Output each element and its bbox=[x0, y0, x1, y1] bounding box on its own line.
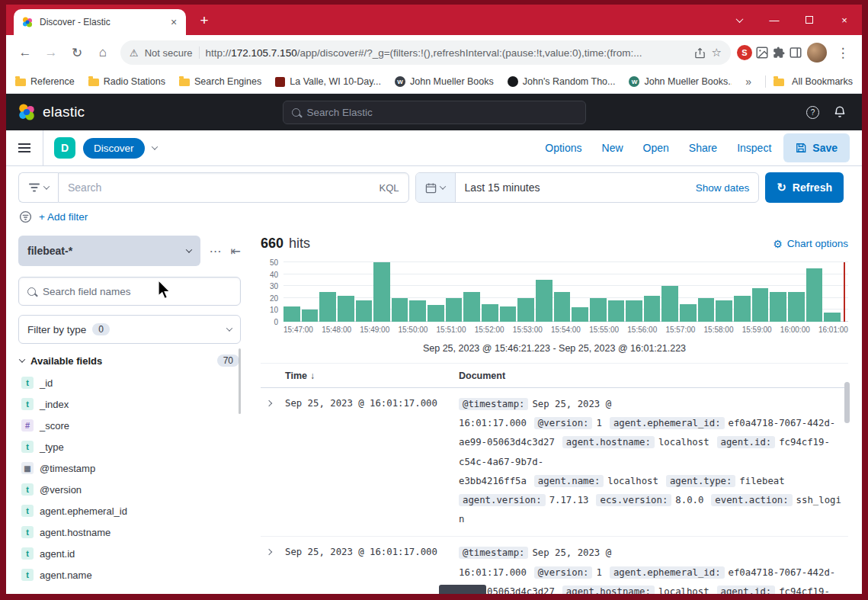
saved-query-menu-button[interactable] bbox=[18, 172, 58, 203]
sidebar-scrollbar[interactable] bbox=[239, 348, 241, 414]
breadcrumb-chevron-icon[interactable] bbox=[151, 143, 157, 149]
expand-row-button[interactable] bbox=[266, 400, 272, 406]
security-label[interactable]: Not secure bbox=[145, 47, 193, 59]
query-input-box[interactable]: KQL bbox=[58, 172, 409, 203]
expand-row-button[interactable] bbox=[266, 549, 272, 555]
kql-label[interactable]: KQL bbox=[380, 182, 399, 194]
index-options-kebab-icon[interactable]: ⋯ bbox=[210, 244, 222, 258]
browser-tab[interactable]: Discover - Elastic × bbox=[14, 9, 186, 35]
nav-link-share[interactable]: Share bbox=[689, 142, 717, 154]
bookmarks-list: ReferenceRadio StationsSearch EnginesLa … bbox=[15, 76, 732, 87]
field-type-icon: t bbox=[21, 483, 34, 496]
add-filter-link[interactable]: + Add filter bbox=[39, 211, 88, 223]
bookmark-item[interactable]: Search Engines bbox=[179, 76, 261, 87]
back-button[interactable]: ← bbox=[14, 41, 37, 64]
field-type-icon: t bbox=[21, 505, 34, 517]
save-button[interactable]: Save bbox=[783, 133, 850, 162]
all-bookmarks[interactable]: All Bookmarks bbox=[765, 75, 853, 88]
url-text[interactable]: http://172.105.7.150/app/discover#/?_g=(… bbox=[206, 47, 688, 59]
field-item-@version[interactable]: t@version bbox=[18, 479, 241, 500]
collapse-sidebar-icon[interactable]: ⇤ bbox=[231, 244, 241, 258]
tab-search-chevron-icon[interactable] bbox=[722, 5, 757, 35]
maximize-icon bbox=[806, 16, 813, 24]
share-icon[interactable] bbox=[694, 47, 706, 59]
maximize-button[interactable] bbox=[792, 5, 827, 35]
bookmark-item[interactable]: John's Random Tho... bbox=[508, 76, 616, 87]
field-name: agent.name bbox=[40, 570, 92, 581]
tab-close-icon[interactable]: × bbox=[168, 16, 180, 28]
extensions-puzzle-icon[interactable] bbox=[772, 46, 786, 59]
close-button[interactable]: × bbox=[827, 5, 862, 35]
filter-by-type[interactable]: Filter by type 0 bbox=[18, 315, 241, 344]
query-input[interactable] bbox=[68, 181, 373, 194]
available-fields-header[interactable]: Available fields 70 bbox=[18, 355, 241, 367]
search-icon bbox=[292, 108, 300, 117]
histogram-plot[interactable] bbox=[283, 262, 848, 322]
address-bar[interactable]: ⚠ Not secure http://172.105.7.150/app/di… bbox=[120, 40, 731, 65]
global-search-input[interactable] bbox=[307, 107, 577, 118]
address-divider bbox=[199, 47, 200, 59]
filter-by-type-count: 0 bbox=[92, 323, 110, 335]
help-icon[interactable]: ? bbox=[806, 106, 819, 119]
extension-icon-image[interactable] bbox=[755, 46, 769, 59]
bookmarks-overflow-icon[interactable]: » bbox=[745, 75, 751, 88]
space-badge[interactable]: D bbox=[54, 137, 75, 159]
extension-icon-s[interactable]: S bbox=[737, 45, 752, 60]
menu-hamburger-button[interactable] bbox=[6, 130, 43, 165]
date-quick-menu-button[interactable] bbox=[416, 173, 456, 202]
new-tab-button[interactable]: + bbox=[195, 12, 213, 29]
field-search-input[interactable] bbox=[43, 286, 232, 297]
field-value: filebeat bbox=[739, 476, 784, 486]
site-favicon: W bbox=[629, 76, 639, 87]
filter-settings-icon[interactable] bbox=[19, 210, 32, 223]
discover-content: filebeat-* ⋯ ⇤ Filter by type 0 Availabl… bbox=[6, 231, 862, 594]
field-item-_score[interactable]: #_score bbox=[18, 415, 241, 436]
window-controls: — × bbox=[722, 5, 862, 35]
field-item-agent.hostname[interactable]: tagent.hostname bbox=[18, 521, 241, 543]
results-scrollbar[interactable] bbox=[844, 382, 850, 423]
nav-link-inspect[interactable]: Inspect bbox=[737, 142, 771, 154]
elastic-favicon bbox=[21, 16, 34, 28]
show-dates-link[interactable]: Show dates bbox=[687, 182, 759, 194]
x-axis-label: 16:00:00 bbox=[780, 326, 810, 334]
bookmark-item[interactable]: WJohn Mueller Books bbox=[395, 76, 494, 87]
bookmark-star-icon[interactable]: ☆ bbox=[712, 46, 722, 59]
forward-button[interactable]: → bbox=[40, 41, 62, 64]
bookmark-label: Radio Stations bbox=[104, 76, 165, 87]
y-axis: 01020304050 bbox=[261, 262, 283, 322]
field-item-@timestamp[interactable]: ▦@timestamp bbox=[18, 457, 241, 479]
field-search-box[interactable] bbox=[18, 277, 241, 306]
field-item-agent.ephemeral_id[interactable]: tagent.ephemeral_id bbox=[18, 500, 241, 521]
app-nav: D Discover OptionsNewOpenShareInspect Sa… bbox=[6, 130, 862, 166]
time-column-header[interactable]: Time↓ bbox=[285, 371, 459, 381]
time-range-value[interactable]: Last 15 minutes bbox=[456, 181, 549, 194]
alerts-icon[interactable] bbox=[833, 105, 847, 119]
minimize-button[interactable]: — bbox=[757, 5, 792, 35]
menu-kebab-icon[interactable]: ⋮ bbox=[831, 41, 854, 64]
home-button[interactable]: ⌂ bbox=[91, 41, 114, 64]
bookmark-item[interactable]: Reference bbox=[15, 76, 75, 87]
expander-cell bbox=[261, 544, 285, 557]
field-item-_index[interactable]: t_index bbox=[18, 393, 241, 415]
bookmark-item[interactable]: WJohn Mueller Books... bbox=[629, 76, 732, 87]
field-item-agent.name[interactable]: tagent.name bbox=[18, 564, 241, 586]
field-name: agent.hostname bbox=[40, 527, 111, 538]
nav-link-open[interactable]: Open bbox=[643, 142, 669, 154]
field-item-_id[interactable]: t_id bbox=[18, 372, 241, 393]
profile-avatar[interactable] bbox=[807, 43, 827, 63]
field-item-_type[interactable]: t_type bbox=[18, 436, 241, 457]
bookmark-item[interactable]: Radio Stations bbox=[88, 76, 165, 87]
time-header-label: Time bbox=[285, 371, 307, 381]
refresh-button[interactable]: ↻ Refresh bbox=[765, 172, 844, 203]
side-panel-icon[interactable] bbox=[789, 46, 802, 59]
bookmark-item[interactable]: La Valle, WI 10-Day... bbox=[275, 76, 381, 87]
app-breadcrumb-discover[interactable]: Discover bbox=[83, 138, 145, 159]
chart-options-button[interactable]: ⚙ Chart options bbox=[773, 238, 848, 250]
field-value: 7.17.13 bbox=[549, 495, 589, 505]
nav-link-options[interactable]: Options bbox=[545, 142, 581, 154]
field-item-agent.id[interactable]: tagent.id bbox=[18, 543, 241, 564]
reload-button[interactable]: ↻ bbox=[66, 41, 88, 64]
nav-link-new[interactable]: New bbox=[602, 142, 623, 154]
global-search[interactable] bbox=[283, 101, 586, 124]
index-pattern-select[interactable]: filebeat-* bbox=[18, 236, 200, 266]
